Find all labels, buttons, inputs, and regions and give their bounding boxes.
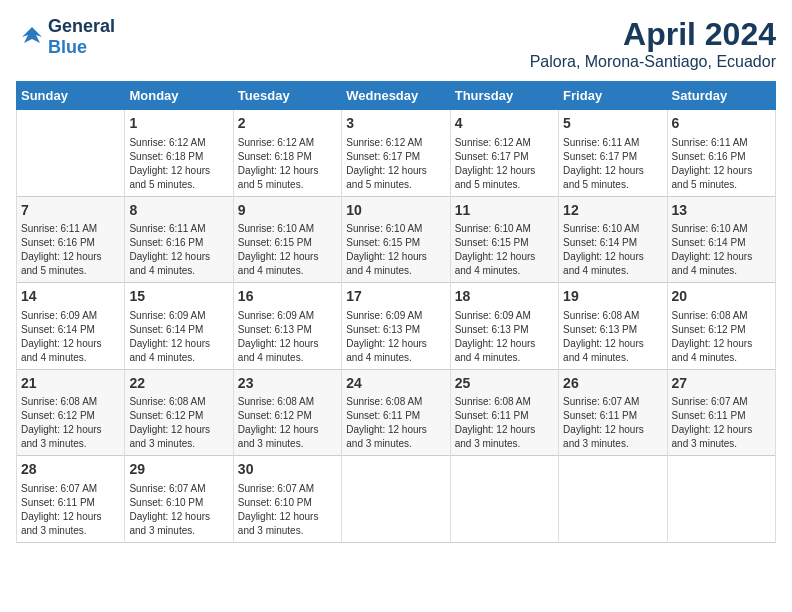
calendar-cell: 4Sunrise: 6:12 AM Sunset: 6:17 PM Daylig… xyxy=(450,110,558,197)
calendar-week-row: 7Sunrise: 6:11 AM Sunset: 6:16 PM Daylig… xyxy=(17,196,776,283)
day-number: 25 xyxy=(455,374,554,394)
day-info: Sunrise: 6:10 AM Sunset: 6:14 PM Dayligh… xyxy=(672,222,771,278)
header-thursday: Thursday xyxy=(450,82,558,110)
logo-bird-icon xyxy=(18,23,46,51)
day-info: Sunrise: 6:11 AM Sunset: 6:16 PM Dayligh… xyxy=(21,222,120,278)
calendar-cell: 7Sunrise: 6:11 AM Sunset: 6:16 PM Daylig… xyxy=(17,196,125,283)
day-number: 28 xyxy=(21,460,120,480)
day-number: 27 xyxy=(672,374,771,394)
calendar-cell xyxy=(17,110,125,197)
day-info: Sunrise: 6:08 AM Sunset: 6:11 PM Dayligh… xyxy=(455,395,554,451)
page-header: General Blue April 2024 Palora, Morona-S… xyxy=(16,16,776,71)
day-number: 18 xyxy=(455,287,554,307)
calendar-table: Sunday Monday Tuesday Wednesday Thursday… xyxy=(16,81,776,543)
calendar-week-row: 14Sunrise: 6:09 AM Sunset: 6:14 PM Dayli… xyxy=(17,283,776,370)
calendar-cell xyxy=(667,456,775,543)
calendar-cell: 14Sunrise: 6:09 AM Sunset: 6:14 PM Dayli… xyxy=(17,283,125,370)
calendar-cell xyxy=(342,456,450,543)
day-info: Sunrise: 6:12 AM Sunset: 6:18 PM Dayligh… xyxy=(129,136,228,192)
day-info: Sunrise: 6:10 AM Sunset: 6:15 PM Dayligh… xyxy=(238,222,337,278)
calendar-cell xyxy=(450,456,558,543)
day-info: Sunrise: 6:10 AM Sunset: 6:15 PM Dayligh… xyxy=(455,222,554,278)
day-info: Sunrise: 6:08 AM Sunset: 6:12 PM Dayligh… xyxy=(21,395,120,451)
calendar-week-row: 28Sunrise: 6:07 AM Sunset: 6:11 PM Dayli… xyxy=(17,456,776,543)
day-info: Sunrise: 6:08 AM Sunset: 6:13 PM Dayligh… xyxy=(563,309,662,365)
day-info: Sunrise: 6:11 AM Sunset: 6:16 PM Dayligh… xyxy=(672,136,771,192)
day-number: 2 xyxy=(238,114,337,134)
calendar-cell: 12Sunrise: 6:10 AM Sunset: 6:14 PM Dayli… xyxy=(559,196,667,283)
day-info: Sunrise: 6:08 AM Sunset: 6:12 PM Dayligh… xyxy=(129,395,228,451)
calendar-cell: 9Sunrise: 6:10 AM Sunset: 6:15 PM Daylig… xyxy=(233,196,341,283)
calendar-cell: 27Sunrise: 6:07 AM Sunset: 6:11 PM Dayli… xyxy=(667,369,775,456)
day-info: Sunrise: 6:09 AM Sunset: 6:13 PM Dayligh… xyxy=(455,309,554,365)
calendar-cell: 21Sunrise: 6:08 AM Sunset: 6:12 PM Dayli… xyxy=(17,369,125,456)
calendar-cell: 2Sunrise: 6:12 AM Sunset: 6:18 PM Daylig… xyxy=(233,110,341,197)
calendar-cell: 1Sunrise: 6:12 AM Sunset: 6:18 PM Daylig… xyxy=(125,110,233,197)
calendar-cell: 26Sunrise: 6:07 AM Sunset: 6:11 PM Dayli… xyxy=(559,369,667,456)
day-number: 15 xyxy=(129,287,228,307)
calendar-cell: 29Sunrise: 6:07 AM Sunset: 6:10 PM Dayli… xyxy=(125,456,233,543)
day-number: 17 xyxy=(346,287,445,307)
day-number: 24 xyxy=(346,374,445,394)
calendar-cell: 8Sunrise: 6:11 AM Sunset: 6:16 PM Daylig… xyxy=(125,196,233,283)
calendar-cell: 13Sunrise: 6:10 AM Sunset: 6:14 PM Dayli… xyxy=(667,196,775,283)
day-info: Sunrise: 6:09 AM Sunset: 6:14 PM Dayligh… xyxy=(129,309,228,365)
calendar-cell: 6Sunrise: 6:11 AM Sunset: 6:16 PM Daylig… xyxy=(667,110,775,197)
calendar-cell: 16Sunrise: 6:09 AM Sunset: 6:13 PM Dayli… xyxy=(233,283,341,370)
day-info: Sunrise: 6:08 AM Sunset: 6:12 PM Dayligh… xyxy=(238,395,337,451)
day-info: Sunrise: 6:12 AM Sunset: 6:17 PM Dayligh… xyxy=(455,136,554,192)
title-block: April 2024 Palora, Morona-Santiago, Ecua… xyxy=(530,16,776,71)
day-number: 21 xyxy=(21,374,120,394)
day-number: 4 xyxy=(455,114,554,134)
calendar-title: April 2024 xyxy=(530,16,776,53)
day-number: 26 xyxy=(563,374,662,394)
header-friday: Friday xyxy=(559,82,667,110)
day-info: Sunrise: 6:09 AM Sunset: 6:14 PM Dayligh… xyxy=(21,309,120,365)
day-number: 11 xyxy=(455,201,554,221)
day-info: Sunrise: 6:07 AM Sunset: 6:10 PM Dayligh… xyxy=(238,482,337,538)
logo: General Blue xyxy=(16,16,115,58)
svg-marker-0 xyxy=(22,27,42,43)
calendar-cell: 3Sunrise: 6:12 AM Sunset: 6:17 PM Daylig… xyxy=(342,110,450,197)
day-number: 6 xyxy=(672,114,771,134)
day-number: 5 xyxy=(563,114,662,134)
day-number: 10 xyxy=(346,201,445,221)
calendar-cell: 23Sunrise: 6:08 AM Sunset: 6:12 PM Dayli… xyxy=(233,369,341,456)
day-info: Sunrise: 6:11 AM Sunset: 6:16 PM Dayligh… xyxy=(129,222,228,278)
header-sunday: Sunday xyxy=(17,82,125,110)
day-info: Sunrise: 6:09 AM Sunset: 6:13 PM Dayligh… xyxy=(346,309,445,365)
day-number: 20 xyxy=(672,287,771,307)
day-number: 14 xyxy=(21,287,120,307)
calendar-cell: 19Sunrise: 6:08 AM Sunset: 6:13 PM Dayli… xyxy=(559,283,667,370)
calendar-week-row: 1Sunrise: 6:12 AM Sunset: 6:18 PM Daylig… xyxy=(17,110,776,197)
calendar-cell: 11Sunrise: 6:10 AM Sunset: 6:15 PM Dayli… xyxy=(450,196,558,283)
day-number: 19 xyxy=(563,287,662,307)
day-info: Sunrise: 6:12 AM Sunset: 6:18 PM Dayligh… xyxy=(238,136,337,192)
calendar-cell: 25Sunrise: 6:08 AM Sunset: 6:11 PM Dayli… xyxy=(450,369,558,456)
day-number: 22 xyxy=(129,374,228,394)
day-number: 3 xyxy=(346,114,445,134)
day-number: 23 xyxy=(238,374,337,394)
day-number: 12 xyxy=(563,201,662,221)
day-number: 13 xyxy=(672,201,771,221)
calendar-cell: 5Sunrise: 6:11 AM Sunset: 6:17 PM Daylig… xyxy=(559,110,667,197)
day-info: Sunrise: 6:10 AM Sunset: 6:15 PM Dayligh… xyxy=(346,222,445,278)
header-monday: Monday xyxy=(125,82,233,110)
calendar-cell: 24Sunrise: 6:08 AM Sunset: 6:11 PM Dayli… xyxy=(342,369,450,456)
day-info: Sunrise: 6:07 AM Sunset: 6:10 PM Dayligh… xyxy=(129,482,228,538)
calendar-cell: 20Sunrise: 6:08 AM Sunset: 6:12 PM Dayli… xyxy=(667,283,775,370)
calendar-cell xyxy=(559,456,667,543)
day-number: 1 xyxy=(129,114,228,134)
day-number: 29 xyxy=(129,460,228,480)
day-number: 8 xyxy=(129,201,228,221)
calendar-cell: 22Sunrise: 6:08 AM Sunset: 6:12 PM Dayli… xyxy=(125,369,233,456)
calendar-week-row: 21Sunrise: 6:08 AM Sunset: 6:12 PM Dayli… xyxy=(17,369,776,456)
logo-text: General Blue xyxy=(48,16,115,58)
day-number: 9 xyxy=(238,201,337,221)
day-info: Sunrise: 6:12 AM Sunset: 6:17 PM Dayligh… xyxy=(346,136,445,192)
calendar-cell: 18Sunrise: 6:09 AM Sunset: 6:13 PM Dayli… xyxy=(450,283,558,370)
day-number: 16 xyxy=(238,287,337,307)
day-number: 30 xyxy=(238,460,337,480)
day-number: 7 xyxy=(21,201,120,221)
day-info: Sunrise: 6:10 AM Sunset: 6:14 PM Dayligh… xyxy=(563,222,662,278)
